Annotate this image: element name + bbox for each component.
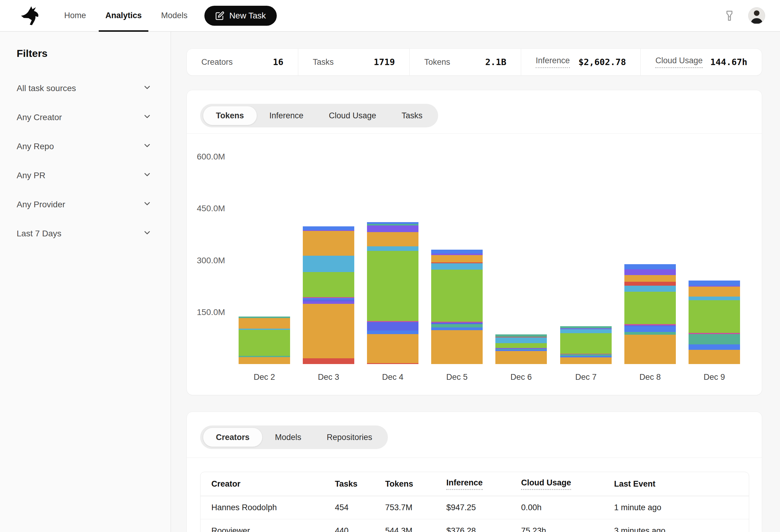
table-cell: Hannes Roodolph	[211, 503, 335, 512]
torch-icon[interactable]	[723, 10, 735, 22]
chart-tab-cloud-usage[interactable]: Cloud Usage	[316, 106, 389, 125]
stat-value: 16	[273, 57, 283, 67]
column-header-cloud-usage[interactable]: Cloud Usage	[521, 478, 614, 490]
bar-segment-royal	[689, 280, 740, 286]
chart-tab-inference[interactable]: Inference	[257, 106, 316, 125]
bar-segment-purple	[624, 269, 676, 275]
breakdown-tabs: CreatorsModelsRepositories	[200, 425, 388, 449]
table-cell: 0.00h	[521, 503, 614, 512]
bar-segment-lightblue	[303, 256, 354, 272]
bar-segment-orange	[689, 350, 740, 364]
table-cell-value: Rooviewer	[211, 526, 250, 532]
breakdown-tab-models[interactable]: Models	[262, 428, 314, 447]
x-axis-label: Dec 5	[425, 373, 489, 382]
bar-segment-green	[689, 300, 740, 333]
filter-label: Any PR	[17, 171, 45, 180]
table-cell-value: 3 minutes ago	[614, 526, 666, 532]
table-cell: 440	[335, 526, 385, 532]
bar-segment-green	[624, 292, 676, 324]
bar-segment-orange	[239, 357, 290, 364]
breakdown-tab-creators[interactable]: Creators	[203, 428, 262, 447]
column-header-creator: Creator	[211, 479, 335, 489]
filter-label: Any Repo	[17, 142, 54, 151]
filter-dropdown-any-repo[interactable]: Any Repo	[17, 132, 152, 161]
column-header-label: Tasks	[335, 479, 357, 489]
table-cell-value: $947.25	[446, 503, 476, 512]
filter-label: Any Provider	[17, 200, 65, 209]
bar-segment-red	[303, 358, 354, 364]
stat-label: Creators	[201, 57, 233, 67]
creators-table: CreatorTasksTokensInferenceCloud UsageLa…	[200, 472, 749, 532]
bar-dec-5[interactable]	[431, 250, 483, 364]
bar-dec-4[interactable]	[367, 222, 419, 364]
column-header-label: Last Event	[614, 479, 655, 489]
bar-segment-green	[495, 343, 547, 348]
stat-label[interactable]: Inference	[536, 56, 570, 68]
kangaroo-logo[interactable]	[20, 6, 45, 25]
table-cell-value: 454	[335, 503, 348, 512]
new-task-button[interactable]: New Task	[204, 6, 277, 26]
filters-sidebar: Filters All task sourcesAny CreatorAny R…	[0, 32, 171, 532]
table-cell: 1 minute ago	[614, 503, 749, 512]
filter-label: All task sources	[17, 84, 76, 93]
table-cell-value: 440	[335, 526, 348, 532]
table-header-row: CreatorTasksTokensInferenceCloud UsageLa…	[200, 472, 749, 496]
nav-item-home[interactable]: Home	[62, 0, 88, 31]
filter-dropdown-any-creator[interactable]: Any Creator	[17, 103, 152, 132]
bar-segment-green	[239, 330, 290, 356]
x-axis-label: Dec 8	[618, 373, 682, 382]
filter-label: Any Creator	[17, 113, 62, 122]
table-row-rooviewer[interactable]: Rooviewer440544.3M$376.2875.23h3 minutes…	[200, 519, 749, 532]
table-cell-value: 544.3M	[385, 526, 412, 532]
table-row-hannes-roodolph[interactable]: Hannes Roodolph454753.7M$947.250.00h1 mi…	[200, 496, 749, 519]
x-axis-label: Dec 6	[489, 373, 553, 382]
bar-segment-orange	[624, 275, 676, 282]
y-axis-tick: 150.0M	[197, 308, 225, 317]
nav-item-analytics[interactable]: Analytics	[103, 0, 144, 31]
bar-segment-lightblue	[367, 246, 419, 251]
bar-segment-lightblue	[431, 263, 483, 270]
bar-dec-9[interactable]	[689, 280, 740, 364]
bar-segment-teal	[624, 332, 676, 335]
stat-value: $2,602.78	[578, 57, 626, 67]
stat-value: 1719	[374, 57, 395, 67]
x-axis-label: Dec 3	[296, 373, 360, 382]
column-header-inference[interactable]: Inference	[446, 478, 521, 490]
bar-dec-8[interactable]	[624, 264, 676, 364]
column-header-last-event: Last Event	[614, 479, 749, 489]
bar-dec-6[interactable]	[495, 334, 547, 364]
bar-segment-red	[367, 363, 419, 364]
bar-dec-2[interactable]	[239, 317, 290, 364]
chart-tab-tokens[interactable]: Tokens	[203, 106, 257, 125]
filter-dropdown-last-7-days[interactable]: Last 7 Days	[17, 219, 152, 248]
filter-dropdown-any-pr[interactable]: Any PR	[17, 161, 152, 190]
nav-items: HomeAnalyticsModels	[62, 0, 190, 31]
nav-item-models[interactable]: Models	[159, 0, 190, 31]
bar-segment-purple	[367, 225, 419, 232]
bar-segment-green	[367, 251, 419, 321]
bar-segment-royal	[624, 326, 676, 332]
bar-segment-royal	[431, 250, 483, 254]
stat-label[interactable]: Cloud Usage	[655, 56, 702, 68]
bar-segment-orange	[303, 304, 354, 358]
table-cell-value: $376.28	[446, 526, 476, 532]
breakdown-tab-repositories[interactable]: Repositories	[314, 428, 385, 447]
x-axis-label: Dec 9	[682, 373, 746, 382]
filter-dropdown-any-provider[interactable]: Any Provider	[17, 190, 152, 219]
table-cell-value: 753.7M	[385, 503, 412, 512]
stat-label: Tokens	[424, 57, 450, 67]
bar-segment-royal	[431, 327, 483, 330]
user-avatar[interactable]	[748, 7, 765, 24]
bar-segment-green	[303, 272, 354, 297]
stacked-bar-chart: 150.0M300.0M450.0M600.0MDec 2Dec 3Dec 4D…	[187, 134, 762, 395]
new-task-label: New Task	[229, 11, 266, 20]
stat-label: Tasks	[313, 57, 334, 67]
filter-dropdown-all-task-sources[interactable]: All task sources	[17, 74, 152, 103]
bar-dec-7[interactable]	[560, 326, 612, 364]
bar-dec-3[interactable]	[303, 226, 354, 364]
bar-segment-teal	[495, 334, 547, 336]
chart-tab-tasks[interactable]: Tasks	[389, 106, 435, 125]
main-content: Creators16Tasks1719Tokens2.1BInference$2…	[171, 32, 780, 532]
filter-list: All task sourcesAny CreatorAny RepoAny P…	[17, 74, 152, 248]
table-cell: Rooviewer	[211, 526, 335, 532]
